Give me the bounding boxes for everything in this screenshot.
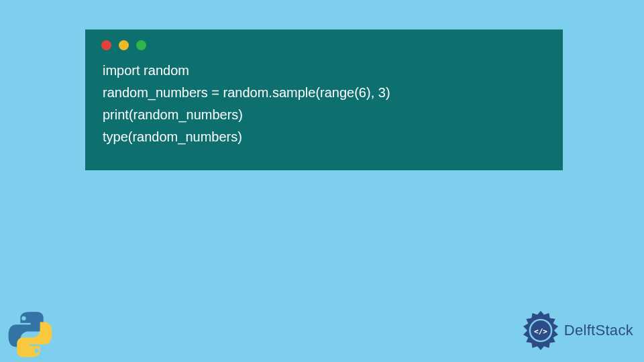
minimize-icon bbox=[119, 40, 129, 50]
svg-text:</>: </> bbox=[534, 327, 547, 336]
delftstack-logo: </> DelftStack bbox=[520, 310, 633, 351]
code-line: import random bbox=[103, 60, 548, 82]
window-controls bbox=[101, 40, 548, 50]
code-line: random_numbers = random.sample(range(6),… bbox=[103, 82, 548, 104]
close-icon bbox=[101, 40, 111, 50]
code-window: import random random_numbers = random.sa… bbox=[85, 29, 563, 170]
python-logo-icon bbox=[7, 311, 54, 358]
code-block: import random random_numbers = random.sa… bbox=[100, 60, 548, 148]
maximize-icon bbox=[136, 40, 146, 50]
code-line: print(random_numbers) bbox=[103, 104, 548, 126]
code-line: type(random_numbers) bbox=[103, 126, 548, 148]
delftstack-text: DelftStack bbox=[564, 322, 633, 339]
delftstack-badge-icon: </> bbox=[520, 310, 561, 351]
